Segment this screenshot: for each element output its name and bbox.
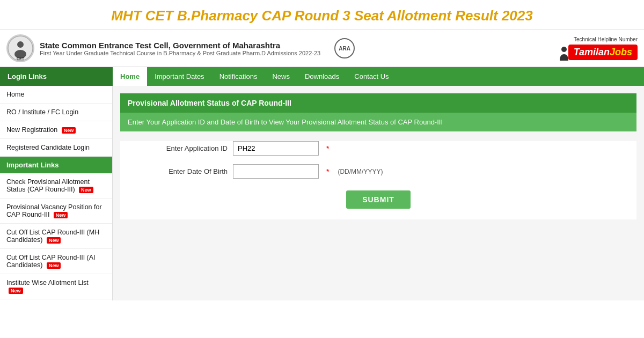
sidebar-item-home[interactable]: Home	[0, 86, 112, 104]
sidebar-item-cutoff-mh[interactable]: Cut Off List CAP Round-III (MH Candidate…	[0, 224, 112, 249]
nav-bar: Login Links Home Important Dates Notific…	[0, 67, 644, 86]
submit-row: SUBMIT	[131, 190, 626, 209]
technical-helpline: Technical Helpline Number	[574, 36, 638, 42]
cet-logo: CET	[6, 34, 34, 62]
nav-downloads[interactable]: Downloads	[297, 67, 347, 86]
svg-point-4	[561, 47, 567, 52]
app-id-label: Enter Application ID	[131, 144, 228, 152]
login-links-label: Login Links	[0, 67, 113, 86]
logo-area: CET State Common Entrance Test Cell, Gov…	[6, 34, 355, 62]
app-id-input[interactable]	[233, 141, 319, 156]
svg-point-1	[17, 41, 24, 48]
dob-required: *	[326, 167, 329, 176]
org-name: State Common Entrance Test Cell, Governm…	[40, 41, 320, 50]
header-org-text: State Common Entrance Test Cell, Governm…	[40, 41, 320, 56]
new-badge-2: New	[47, 237, 61, 244]
sidebar-item-check-allotment[interactable]: Check Provisional Allotment Status (CAP …	[0, 173, 112, 199]
sidebar: Home RO / Institute / FC Login New Regis…	[0, 86, 113, 300]
app-id-row: Enter Application ID *	[131, 141, 626, 156]
main-layout: Home RO / Institute / FC Login New Regis…	[0, 86, 644, 300]
nav-important-dates[interactable]: Important Dates	[147, 67, 212, 86]
sidebar-item-institute-wise[interactable]: Institute Wise Allotment List New	[0, 274, 112, 299]
date-format-hint: (DD/MM/YYYY)	[338, 168, 383, 175]
new-badge: New	[62, 127, 76, 134]
page-title: MHT CET B.Pharmacy CAP Round 3 Seat Allo…	[11, 8, 633, 24]
new-badge-3: New	[47, 262, 61, 269]
site-header: CET State Common Entrance Test Cell, Gov…	[0, 30, 644, 67]
svg-text:CET: CET	[17, 57, 25, 61]
new-badge-4: New	[9, 288, 23, 294]
header-right: Technical Helpline Number TamilanJobs	[568, 36, 638, 60]
form-area: Enter Application ID * Enter Date Of Bir…	[120, 141, 636, 219]
sidebar-section-important-links: Important Links	[0, 157, 112, 173]
sidebar-item-ro-login[interactable]: RO / Institute / FC Login	[0, 104, 112, 121]
app-id-required: *	[326, 144, 329, 153]
sidebar-item-provisional-vacancy[interactable]: Provisional Vacancy Position for CAP Rou…	[0, 199, 112, 224]
content-area: Provisional Allotment Status of CAP Roun…	[113, 86, 644, 300]
dob-label: Enter Date Of Birth	[131, 167, 228, 175]
nav-items: Home Important Dates Notifications News …	[113, 67, 397, 86]
nav-contact-us[interactable]: Contact Us	[347, 67, 396, 86]
submit-button[interactable]: SUBMIT	[346, 190, 411, 209]
dob-input[interactable]	[233, 164, 319, 179]
nav-news[interactable]: News	[265, 67, 297, 86]
dob-row: Enter Date Of Birth * (DD/MM/YYYY)	[131, 164, 626, 179]
info-bar: Enter Your Application ID and Date of Bi…	[120, 113, 636, 131]
page-title-bar: MHT CET B.Pharmacy CAP Round 3 Seat Allo…	[0, 0, 644, 30]
nav-home[interactable]: Home	[113, 67, 147, 86]
ara-badge: ARA	[334, 38, 355, 58]
section-heading: Provisional Allotment Status of CAP Roun…	[120, 93, 636, 113]
sidebar-item-new-registration[interactable]: New Registration New	[0, 121, 112, 139]
sidebar-item-registered-login[interactable]: Registered Candidate Login	[0, 139, 112, 157]
new-badge-0: New	[79, 187, 93, 193]
tamilan-jobs-logo: TamilanJobs	[568, 45, 638, 60]
sidebar-item-cutoff-ai[interactable]: Cut Off List CAP Round-III (AI Candidate…	[0, 249, 112, 274]
org-sub: First Year Under Graduate Technical Cour…	[40, 50, 320, 56]
new-badge-1: New	[54, 212, 68, 218]
nav-notifications[interactable]: Notifications	[212, 67, 265, 86]
